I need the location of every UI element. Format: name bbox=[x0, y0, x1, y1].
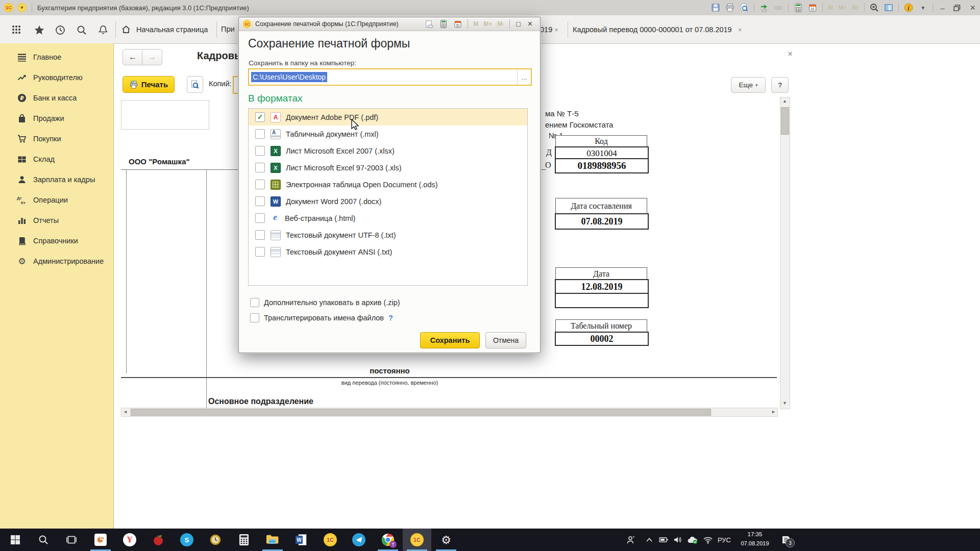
search-icon[interactable] bbox=[76, 24, 87, 36]
taskbar-red-apple-app-icon[interactable] bbox=[144, 529, 173, 551]
scroll-left-icon[interactable]: ◄ bbox=[123, 410, 128, 414]
checkbox[interactable]: ✓ bbox=[255, 163, 265, 172]
folder-path-input[interactable]: C:\Users\User\Desktop ... bbox=[248, 68, 532, 86]
dialog-close-button[interactable]: × bbox=[524, 19, 536, 29]
dialog-titlebar[interactable]: 1С Сохранение печатной формы (1С:Предпри… bbox=[239, 17, 540, 31]
tab-home[interactable]: Начальная страница bbox=[121, 21, 208, 38]
restore-button[interactable] bbox=[949, 5, 965, 11]
tray-battery-icon[interactable] bbox=[656, 529, 671, 551]
zoom-in-icon[interactable] bbox=[868, 2, 880, 13]
print-preview-icon[interactable] bbox=[738, 2, 750, 13]
checkbox[interactable] bbox=[250, 313, 259, 322]
minimize-button[interactable]: – bbox=[936, 4, 949, 12]
transliterate-option[interactable]: Транслитерировать имена файлов ? bbox=[250, 313, 393, 322]
tray-people-icon[interactable]: ᴿ bbox=[622, 529, 640, 551]
export-link-icon[interactable] bbox=[758, 2, 770, 13]
checkbox[interactable]: ✓ bbox=[255, 112, 265, 122]
history-icon[interactable] bbox=[55, 24, 66, 36]
dropdown-caret-icon[interactable]: ▼ bbox=[917, 2, 929, 13]
view-close-icon[interactable]: × bbox=[788, 49, 793, 59]
sidebar-item-otchety[interactable]: Отчеты bbox=[0, 212, 113, 229]
taskbar-powerpoint-icon[interactable] bbox=[86, 529, 115, 551]
sidebar-item-administrirovanie[interactable]: ⚙ Администрирование bbox=[0, 253, 113, 270]
scroll-up-icon[interactable]: ▲ bbox=[782, 99, 787, 104]
taskbar-yandex-browser-icon[interactable]: Y bbox=[115, 529, 144, 551]
taskbar-word-icon[interactable]: W bbox=[287, 529, 315, 551]
save-to-file-icon[interactable] bbox=[423, 18, 435, 30]
scroll-right-icon[interactable]: ► bbox=[771, 410, 776, 414]
format-option-xls[interactable]: ✓ Лист Microsoft Excel 97-2003 (.xls) bbox=[249, 159, 527, 176]
sidebar-item-rukovoditelyu[interactable]: Руководителю bbox=[0, 69, 113, 86]
format-option-txt-ansi[interactable]: ✓ Текстовый документ ANSI (.txt) bbox=[249, 243, 527, 260]
taskbar-settings-gear-icon[interactable]: ⚙ bbox=[432, 529, 460, 551]
help-button[interactable]: ? bbox=[771, 77, 789, 93]
format-option-ods[interactable]: ✓ Электронная таблица Open Document (.od… bbox=[249, 176, 527, 193]
forward-button[interactable]: → bbox=[142, 49, 162, 65]
back-button[interactable]: ← bbox=[122, 49, 143, 65]
checkbox[interactable]: ✓ bbox=[255, 213, 265, 223]
help-icon[interactable]: ? bbox=[388, 314, 393, 322]
sidebar-item-bank-i-kassa[interactable]: ₽ Банк и касса bbox=[0, 89, 113, 107]
save-icon[interactable] bbox=[709, 2, 722, 13]
tab-active-kadrovy-perevod[interactable]: Кадровый перевод 0000-000001 от 07.08.20… bbox=[573, 21, 744, 38]
sidebar-item-operacii[interactable]: ДтКт Операции bbox=[0, 191, 113, 209]
taskbar-skype-icon[interactable]: S bbox=[173, 529, 201, 551]
split-panels-icon[interactable] bbox=[883, 2, 895, 13]
close-button[interactable]: × bbox=[965, 3, 980, 13]
notifications-bell-icon[interactable] bbox=[97, 24, 109, 36]
taskbar-search-button[interactable] bbox=[29, 529, 58, 551]
sidebar-item-spravochniki[interactable]: Справочники bbox=[0, 232, 113, 249]
tray-notifications-icon[interactable]: 3 bbox=[776, 529, 796, 551]
preview-button[interactable] bbox=[187, 76, 203, 93]
sidebar-item-zarplata-i-kadry[interactable]: Зарплата и кадры bbox=[0, 171, 113, 188]
tab-close-icon[interactable]: × bbox=[552, 26, 560, 34]
format-option-mxl[interactable]: ✓ Табличный документ (.mxl) bbox=[249, 126, 527, 142]
checkbox[interactable]: ✓ bbox=[255, 230, 265, 240]
format-option-pdf[interactable]: ✓ Документ Adobe PDF (.pdf) bbox=[249, 109, 527, 126]
format-option-xlsx[interactable]: ✓ Лист Microsoft Excel 2007 (.xlsx) bbox=[249, 142, 527, 159]
apps-grid-icon[interactable] bbox=[11, 24, 22, 36]
tray-language-indicator[interactable]: РУС bbox=[714, 529, 735, 551]
tab-partial-right[interactable]: 019 × bbox=[540, 21, 560, 38]
format-option-html[interactable]: ✓ Веб-страница (.html) bbox=[249, 210, 527, 227]
calendar-icon[interactable]: 31 bbox=[806, 2, 819, 13]
info-icon[interactable]: i bbox=[902, 2, 915, 13]
format-option-docx[interactable]: ✓ Документ Word 2007 (.docx) bbox=[249, 193, 527, 210]
format-option-txt-utf8[interactable]: ✓ Текстовый документ UTF-8 (.txt) bbox=[249, 227, 527, 243]
calendar-icon[interactable]: 31 bbox=[452, 18, 464, 30]
sidebar-item-sklad[interactable]: Склад bbox=[0, 151, 113, 168]
dialog-maximize-button[interactable]: □ bbox=[512, 20, 524, 28]
save-button[interactable]: Сохранить bbox=[420, 332, 480, 348]
tray-clock[interactable]: 17:35 07.08.2019 bbox=[736, 530, 774, 548]
horizontal-scroll-thumb[interactable] bbox=[131, 409, 711, 416]
taskbar-calculator-icon[interactable] bbox=[230, 529, 258, 551]
tray-cloud-sync-icon[interactable] bbox=[685, 529, 700, 551]
print-icon[interactable] bbox=[724, 2, 736, 13]
tray-chevron-up-icon[interactable] bbox=[642, 529, 656, 551]
checkbox[interactable]: ✓ bbox=[255, 129, 265, 139]
checkbox[interactable]: ✓ bbox=[255, 247, 265, 257]
tray-speaker-icon[interactable] bbox=[671, 529, 685, 551]
tab-close-icon[interactable]: × bbox=[736, 26, 744, 34]
taskbar-start-button[interactable] bbox=[1, 529, 30, 551]
favorites-star-icon[interactable] bbox=[34, 24, 45, 36]
print-button[interactable]: ✓ Печать bbox=[122, 76, 175, 93]
sidebar-item-glavnoe[interactable]: Главное bbox=[0, 48, 113, 66]
taskbar-task-view-button[interactable] bbox=[57, 529, 86, 551]
browse-button[interactable]: ... bbox=[517, 69, 531, 85]
taskbar-1c-icon[interactable]: 1С bbox=[316, 529, 345, 551]
taskbar-1c-active-icon[interactable]: 1С bbox=[403, 529, 431, 551]
vertical-scroll-thumb[interactable] bbox=[781, 107, 789, 135]
cancel-button[interactable]: Отмена bbox=[485, 332, 526, 348]
zip-option[interactable]: Дополнительно упаковать в архив (.zip) bbox=[250, 298, 400, 307]
taskbar-file-explorer-icon[interactable] bbox=[258, 529, 287, 551]
tab-partial-left[interactable]: При bbox=[221, 25, 235, 33]
checkbox[interactable]: ✓ bbox=[255, 196, 265, 206]
calculator-icon[interactable] bbox=[792, 2, 804, 13]
taskbar-telegram-icon[interactable] bbox=[345, 529, 373, 551]
calculator-icon[interactable] bbox=[437, 18, 450, 30]
checkbox[interactable] bbox=[250, 298, 259, 307]
taskbar-chrome-icon[interactable]: T bbox=[374, 529, 402, 551]
checkbox[interactable]: ✓ bbox=[255, 146, 265, 156]
main-menu-dropdown-icon[interactable]: ▼ bbox=[17, 3, 27, 12]
